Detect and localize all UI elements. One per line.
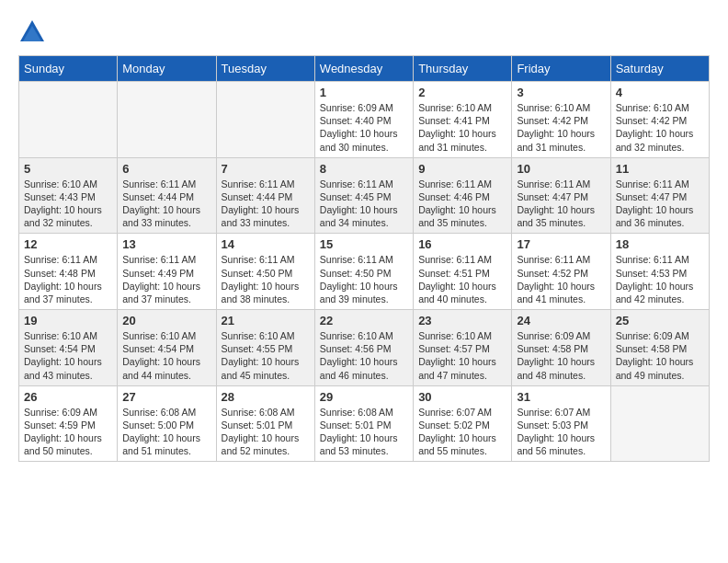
calendar-cell: 23Sunrise: 6:10 AMSunset: 4:57 PMDayligh… (414, 310, 512, 386)
day-info: Sunrise: 6:11 AMSunset: 4:45 PMDaylight:… (320, 178, 408, 230)
calendar-header-thursday: Thursday (414, 56, 512, 82)
day-info: Sunrise: 6:11 AMSunset: 4:47 PMDaylight:… (616, 178, 704, 230)
day-number: 31 (517, 390, 605, 404)
day-info: Sunrise: 6:11 AMSunset: 4:44 PMDaylight:… (122, 178, 210, 230)
day-number: 23 (418, 314, 506, 327)
calendar-cell: 5Sunrise: 6:10 AMSunset: 4:43 PMDaylight… (19, 157, 118, 234)
calendar-cell: 16Sunrise: 6:11 AMSunset: 4:51 PMDayligh… (414, 234, 512, 310)
calendar-week-5: 26Sunrise: 6:09 AMSunset: 4:59 PMDayligh… (19, 385, 710, 462)
calendar-cell: 19Sunrise: 6:10 AMSunset: 4:54 PMDayligh… (19, 310, 118, 386)
calendar-cell: 9Sunrise: 6:11 AMSunset: 4:46 PMDaylight… (414, 157, 512, 234)
calendar-cell: 6Sunrise: 6:11 AMSunset: 4:44 PMDaylight… (118, 157, 216, 234)
calendar-header-saturday: Saturday (610, 56, 709, 82)
calendar-cell: 15Sunrise: 6:11 AMSunset: 4:50 PMDayligh… (314, 234, 413, 310)
day-number: 4 (616, 86, 704, 99)
day-number: 17 (517, 237, 605, 251)
day-info: Sunrise: 6:11 AMSunset: 4:49 PMDaylight:… (122, 253, 210, 305)
day-info: Sunrise: 6:11 AMSunset: 4:50 PMDaylight:… (222, 253, 310, 305)
calendar-cell: 7Sunrise: 6:11 AMSunset: 4:44 PMDaylight… (216, 157, 314, 234)
day-number: 26 (24, 390, 112, 404)
calendar-cell (610, 385, 709, 462)
day-number: 16 (418, 237, 506, 251)
day-info: Sunrise: 6:07 AMSunset: 5:02 PMDaylight:… (418, 406, 506, 458)
calendar-cell: 31Sunrise: 6:07 AMSunset: 5:03 PMDayligh… (512, 385, 610, 462)
calendar-cell: 25Sunrise: 6:09 AMSunset: 4:58 PMDayligh… (610, 310, 709, 386)
day-info: Sunrise: 6:10 AMSunset: 4:55 PMDaylight:… (222, 329, 310, 382)
calendar-header-monday: Monday (118, 56, 216, 82)
calendar-week-2: 5Sunrise: 6:10 AMSunset: 4:43 PMDaylight… (19, 157, 710, 234)
calendar-cell: 27Sunrise: 6:08 AMSunset: 5:00 PMDayligh… (118, 385, 216, 462)
calendar-cell: 13Sunrise: 6:11 AMSunset: 4:49 PMDayligh… (118, 234, 216, 310)
day-number: 25 (616, 314, 704, 327)
calendar-header-wednesday: Wednesday (314, 56, 413, 82)
calendar-table: SundayMondayTuesdayWednesdayThursdayFrid… (18, 55, 710, 462)
day-number: 24 (517, 314, 605, 327)
day-number: 27 (122, 390, 210, 404)
day-number: 22 (320, 314, 408, 327)
day-number: 11 (616, 162, 704, 176)
calendar-cell: 3Sunrise: 6:10 AMSunset: 4:42 PMDaylight… (512, 82, 610, 158)
day-info: Sunrise: 6:11 AMSunset: 4:46 PMDaylight:… (418, 178, 506, 230)
calendar-cell: 20Sunrise: 6:10 AMSunset: 4:54 PMDayligh… (118, 310, 216, 386)
day-info: Sunrise: 6:10 AMSunset: 4:56 PMDaylight:… (320, 329, 408, 382)
day-info: Sunrise: 6:08 AMSunset: 5:01 PMDaylight:… (320, 406, 408, 458)
day-number: 30 (418, 390, 506, 404)
calendar-header-row: SundayMondayTuesdayWednesdayThursdayFrid… (19, 56, 710, 82)
calendar-cell: 11Sunrise: 6:11 AMSunset: 4:47 PMDayligh… (610, 157, 709, 234)
day-info: Sunrise: 6:08 AMSunset: 5:01 PMDaylight:… (222, 406, 310, 458)
day-number: 3 (517, 86, 605, 99)
calendar-cell: 29Sunrise: 6:08 AMSunset: 5:01 PMDayligh… (314, 385, 413, 462)
day-info: Sunrise: 6:11 AMSunset: 4:53 PMDaylight:… (616, 253, 704, 305)
day-number: 14 (222, 237, 310, 251)
calendar-header-friday: Friday (512, 56, 610, 82)
day-info: Sunrise: 6:11 AMSunset: 4:50 PMDaylight:… (320, 253, 408, 305)
calendar-cell: 8Sunrise: 6:11 AMSunset: 4:45 PMDaylight… (314, 157, 413, 234)
calendar-header-sunday: Sunday (19, 56, 118, 82)
calendar-cell: 22Sunrise: 6:10 AMSunset: 4:56 PMDayligh… (314, 310, 413, 386)
day-number: 9 (418, 162, 506, 176)
calendar-cell: 26Sunrise: 6:09 AMSunset: 4:59 PMDayligh… (19, 385, 118, 462)
day-number: 5 (24, 162, 112, 176)
day-info: Sunrise: 6:09 AMSunset: 4:58 PMDaylight:… (517, 329, 605, 382)
calendar-cell: 2Sunrise: 6:10 AMSunset: 4:41 PMDaylight… (414, 82, 512, 158)
calendar-header-tuesday: Tuesday (216, 56, 314, 82)
day-info: Sunrise: 6:09 AMSunset: 4:58 PMDaylight:… (616, 329, 704, 382)
calendar-cell: 30Sunrise: 6:07 AMSunset: 5:02 PMDayligh… (414, 385, 512, 462)
calendar-cell: 17Sunrise: 6:11 AMSunset: 4:52 PMDayligh… (512, 234, 610, 310)
calendar-cell: 28Sunrise: 6:08 AMSunset: 5:01 PMDayligh… (216, 385, 314, 462)
day-info: Sunrise: 6:10 AMSunset: 4:43 PMDaylight:… (24, 178, 112, 230)
day-number: 18 (616, 237, 704, 251)
day-info: Sunrise: 6:10 AMSunset: 4:57 PMDaylight:… (418, 329, 506, 382)
day-info: Sunrise: 6:11 AMSunset: 4:52 PMDaylight:… (517, 253, 605, 305)
day-info: Sunrise: 6:09 AMSunset: 4:59 PMDaylight:… (24, 406, 112, 458)
calendar-cell: 12Sunrise: 6:11 AMSunset: 4:48 PMDayligh… (19, 234, 118, 310)
day-number: 8 (320, 162, 408, 176)
day-number: 20 (122, 314, 210, 327)
day-number: 21 (222, 314, 310, 327)
calendar-cell: 10Sunrise: 6:11 AMSunset: 4:47 PMDayligh… (512, 157, 610, 234)
calendar-cell: 1Sunrise: 6:09 AMSunset: 4:40 PMDaylight… (314, 82, 413, 158)
day-info: Sunrise: 6:11 AMSunset: 4:51 PMDaylight:… (418, 253, 506, 305)
day-number: 6 (122, 162, 210, 176)
calendar-cell: 4Sunrise: 6:10 AMSunset: 4:42 PMDaylight… (610, 82, 709, 158)
day-number: 12 (24, 237, 112, 251)
day-info: Sunrise: 6:09 AMSunset: 4:40 PMDaylight:… (320, 101, 408, 154)
calendar-week-4: 19Sunrise: 6:10 AMSunset: 4:54 PMDayligh… (19, 310, 710, 386)
day-info: Sunrise: 6:11 AMSunset: 4:47 PMDaylight:… (517, 178, 605, 230)
calendar-cell: 24Sunrise: 6:09 AMSunset: 4:58 PMDayligh… (512, 310, 610, 386)
page-header (18, 18, 710, 46)
calendar-week-3: 12Sunrise: 6:11 AMSunset: 4:48 PMDayligh… (19, 234, 710, 310)
day-number: 15 (320, 237, 408, 251)
calendar-cell: 14Sunrise: 6:11 AMSunset: 4:50 PMDayligh… (216, 234, 314, 310)
day-info: Sunrise: 6:10 AMSunset: 4:42 PMDaylight:… (616, 101, 704, 154)
day-info: Sunrise: 6:10 AMSunset: 4:41 PMDaylight:… (418, 101, 506, 154)
day-info: Sunrise: 6:07 AMSunset: 5:03 PMDaylight:… (517, 406, 605, 458)
calendar-cell (19, 82, 118, 158)
day-number: 19 (24, 314, 112, 327)
day-number: 13 (122, 237, 210, 251)
calendar-week-1: 1Sunrise: 6:09 AMSunset: 4:40 PMDaylight… (19, 82, 710, 158)
day-number: 1 (320, 86, 408, 99)
day-number: 7 (222, 162, 310, 176)
logo-icon (18, 18, 46, 46)
day-info: Sunrise: 6:10 AMSunset: 4:54 PMDaylight:… (24, 329, 112, 382)
